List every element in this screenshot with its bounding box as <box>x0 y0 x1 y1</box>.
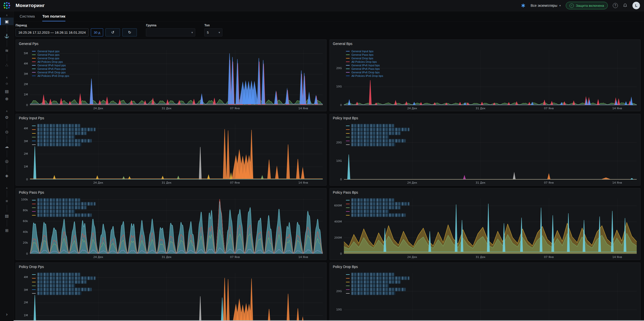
avatar[interactable]: L <box>632 2 640 9</box>
legend-label: General IPv6 Drop bps <box>351 71 380 74</box>
metrics-icon[interactable]: ⊙ <box>0 128 14 136</box>
redacted-label <box>351 139 406 142</box>
monitoring-icon[interactable]: ▣ <box>0 18 14 25</box>
legend-item[interactable]: General IPv6 Pass pps <box>32 67 69 70</box>
legend-item-redacted <box>346 288 409 291</box>
settings-icon[interactable]: ⚙ <box>0 114 14 121</box>
compass-icon[interactable]: ◈ <box>0 172 14 179</box>
refresh-icon: ↻ <box>128 30 131 35</box>
instances-select[interactable]: Все экземпляры ▾ <box>531 4 561 8</box>
legend-item-redacted <box>32 292 95 295</box>
legend-label: General IPv6 Pass bps <box>351 67 380 70</box>
legend-item[interactable]: All Policies IPv6 Drop pps <box>32 74 69 77</box>
protection-status-badge[interactable]: ✓ Защита включена <box>566 2 608 9</box>
broadcast-icon[interactable]: ◎ <box>0 157 14 165</box>
redacted-label <box>37 124 80 127</box>
bell-icon[interactable] <box>623 3 627 8</box>
tab-top-policies[interactable]: Топ политик <box>42 14 65 21</box>
panel-general-bps: General BpsGeneral Input bpsGeneral Pass… <box>330 39 640 111</box>
app-logo-icon[interactable] <box>3 1 11 10</box>
check-circle-icon: ✓ <box>570 4 574 8</box>
legend-swatch <box>32 129 36 130</box>
redacted-label <box>37 277 95 280</box>
refresh-button[interactable]: ↻ <box>122 28 137 36</box>
redacted-label <box>37 132 87 135</box>
panel-title[interactable]: Policy Input Pps <box>16 114 326 122</box>
legend-item[interactable]: General IPv6 Input pps <box>32 64 69 67</box>
panel-title[interactable]: General Pps <box>16 40 326 47</box>
archive-icon[interactable]: ⊞ <box>0 227 14 234</box>
panel-policy-input-pps: Policy Input Pps <box>16 114 327 186</box>
collapse-logs-icon[interactable]: ∧ <box>0 185 14 190</box>
panel-title[interactable]: General Bps <box>330 40 640 47</box>
legend-item-redacted <box>346 124 409 127</box>
reports-icon[interactable]: ▤ <box>0 212 14 220</box>
top-select[interactable]: 5 ▾ <box>204 28 222 36</box>
groups-icon[interactable]: ▤ <box>0 87 14 95</box>
legend-item[interactable]: General Drop bps <box>346 57 383 60</box>
cloud-icon[interactable]: ☁ <box>0 143 14 150</box>
logs-icon[interactable]: ≡ <box>0 197 14 205</box>
legend-item-redacted <box>32 273 95 276</box>
topology-icon[interactable]: ⊕ <box>0 95 14 102</box>
app-switcher-icon[interactable]: ∗ <box>521 3 526 8</box>
legend-label: All Policies Drop bps <box>351 60 377 63</box>
period-group: Период 16:25:26 17.12.2023 — 16:26:11 16… <box>16 24 137 36</box>
legend-item[interactable]: General Input bps <box>346 50 383 52</box>
legend-swatch <box>346 274 350 275</box>
redacted-label <box>37 213 92 217</box>
legend-swatch <box>32 72 36 73</box>
legend-label: All Policies IPv6 Drop pps <box>37 74 69 77</box>
legend-item[interactable]: All Policies IPv6 Drop bps <box>346 74 383 77</box>
legend-item[interactable]: All Policies Drop pps <box>32 60 69 63</box>
group-select[interactable]: ▾ <box>146 28 195 36</box>
panel-policy-pass-pps: Policy Pass Pps <box>16 188 327 260</box>
legend-item[interactable]: General IPv6 Drop bps <box>346 71 383 74</box>
traffic-icon[interactable]: ≋ <box>0 47 14 54</box>
legend-item[interactable]: General IPv6 Pass bps <box>346 67 383 70</box>
filter-bar: Период 16:25:26 17.12.2023 — 16:26:11 16… <box>16 22 640 39</box>
undo-icon: ↺ <box>111 30 114 35</box>
legend-item-redacted <box>32 210 95 213</box>
legend-item[interactable]: All Policies Drop bps <box>346 60 383 63</box>
legend-item[interactable]: General IPv6 Drop pps <box>32 71 69 74</box>
legend-swatch <box>346 137 350 137</box>
legend-label: All Policies IPv6 Drop bps <box>351 74 383 77</box>
tab-system[interactable]: Система <box>20 14 35 21</box>
panel-policy-drop-bps: Policy Drop Bps <box>330 262 640 321</box>
panel-title[interactable]: Policy Input Bps <box>330 114 640 122</box>
legend-label: General Drop pps <box>37 57 59 60</box>
legend-item[interactable]: General Drop pps <box>32 57 69 60</box>
redacted-label <box>37 280 87 284</box>
legend-item[interactable]: General Input pps <box>32 50 69 52</box>
policies-icon[interactable]: ∴ <box>0 61 14 69</box>
legend-swatch <box>32 65 36 66</box>
panel-title[interactable]: Policy Pass Bps <box>330 188 640 196</box>
range-30d-button[interactable]: 30 д <box>91 28 103 36</box>
help-icon[interactable]: ? <box>613 3 618 8</box>
users-icon[interactable]: ○ <box>0 80 14 87</box>
collapse-settings-icon[interactable]: ∧ <box>0 109 14 114</box>
panel-title[interactable]: Policy Drop Pps <box>16 263 326 270</box>
legend-item-redacted <box>346 206 409 209</box>
devices-icon[interactable]: ⚓ <box>0 32 14 40</box>
legend-swatch <box>346 200 350 200</box>
period-range-input[interactable]: 16:25:26 17.12.2023 — 16:26:11 16.01.202… <box>16 28 89 36</box>
legend-item[interactable]: General Pass pps <box>32 53 69 56</box>
collapse-top-icon[interactable]: ∧ <box>0 13 14 18</box>
expand-sidebar-icon[interactable]: › <box>0 310 14 318</box>
app-root: Мониторинг ∗ Все экземпляры ▾ ✓ Защита в… <box>0 0 644 321</box>
panel-title[interactable]: Policy Drop Bps <box>330 263 640 270</box>
legend-swatch <box>32 204 36 204</box>
top-bar: Мониторинг ∗ Все экземпляры ▾ ✓ Защита в… <box>0 0 644 11</box>
redacted-label <box>351 128 409 131</box>
caret-down-icon: ▾ <box>219 31 220 34</box>
undo-button[interactable]: ↺ <box>105 28 120 36</box>
legend-item-redacted <box>346 210 409 213</box>
legend-item[interactable]: General Pass bps <box>346 53 383 56</box>
collapse-accounts-icon[interactable]: ∧ <box>0 75 14 80</box>
panel-title[interactable]: Policy Pass Pps <box>16 188 326 196</box>
legend-swatch <box>32 274 36 275</box>
legend-item-redacted <box>346 292 409 295</box>
legend-item[interactable]: General IPv6 Input bps <box>346 64 383 67</box>
